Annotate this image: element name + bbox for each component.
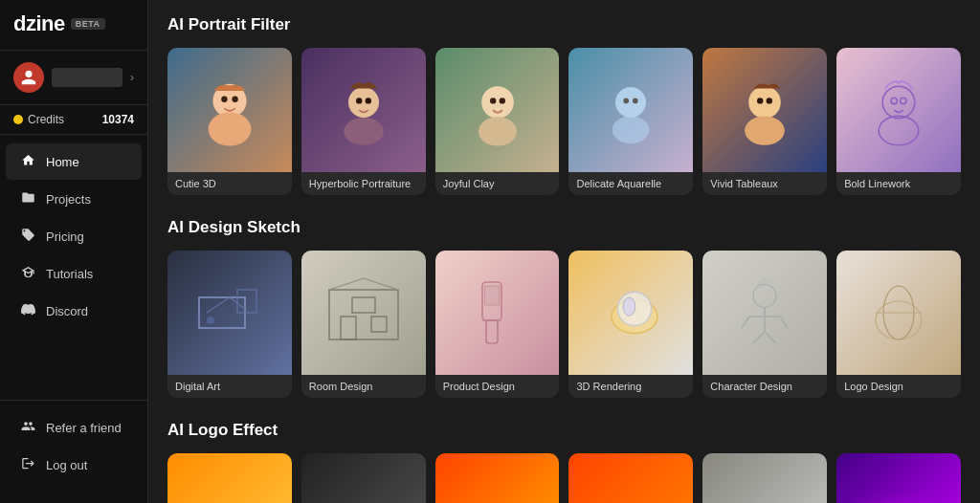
discord-icon bbox=[19, 302, 36, 319]
card-logo-design[interactable]: Logo Design bbox=[836, 251, 961, 398]
svg-point-15 bbox=[633, 98, 638, 104]
card-3d-rendering-label: 3D Rendering bbox=[568, 375, 693, 398]
svg-line-48 bbox=[742, 317, 749, 328]
card-hyperbolic-label: Hyperbolic Portraiture bbox=[301, 172, 426, 195]
card-3d-rendering[interactable]: 3D Rendering bbox=[568, 251, 693, 398]
card-joyful-clay[interactable]: Joyful Clay bbox=[435, 48, 560, 195]
card-delicate-aquarelle-label: Delicate Aquarelle bbox=[568, 172, 693, 195]
home-icon bbox=[19, 153, 36, 170]
svg-point-7 bbox=[365, 98, 370, 103]
card-hyperbolic[interactable]: Hyperbolic Portraiture bbox=[301, 48, 426, 195]
nav-tutorials-label: Tutorials bbox=[46, 267, 93, 281]
svg-rect-32 bbox=[341, 317, 356, 339]
card-logo-4[interactable]: LOGO bbox=[568, 453, 693, 503]
nav-home-label: Home bbox=[46, 155, 79, 169]
sidebar-item-projects[interactable]: Projects bbox=[6, 181, 142, 217]
main-nav: Home Projects Pricing Tutorials Discord bbox=[0, 135, 147, 400]
svg-point-13 bbox=[612, 116, 649, 143]
card-logo-2-image: LOGO bbox=[301, 453, 426, 503]
card-bold-linework-image bbox=[836, 48, 961, 172]
sidebar-item-refer[interactable]: Refer a friend bbox=[6, 409, 142, 446]
chevron-right-icon: › bbox=[130, 71, 134, 84]
card-logo-1[interactable]: LOGO bbox=[167, 453, 292, 503]
card-logo-6-image: LOGO bbox=[836, 453, 961, 503]
user-profile[interactable]: › bbox=[0, 51, 147, 105]
card-bold-linework[interactable]: Bold Linework bbox=[836, 48, 961, 195]
card-room-design-image bbox=[301, 251, 426, 375]
svg-point-42 bbox=[753, 284, 776, 307]
main-content: AI Portrait Filter Cutie 3D bbox=[148, 0, 980, 503]
user-name-placeholder bbox=[52, 68, 122, 87]
svg-point-6 bbox=[356, 98, 362, 103]
svg-point-18 bbox=[757, 98, 763, 103]
svg-point-5 bbox=[344, 118, 384, 145]
svg-point-21 bbox=[879, 116, 919, 144]
card-logo-3-image: LOGO bbox=[435, 453, 560, 503]
card-room-design[interactable]: Room Design bbox=[301, 251, 426, 398]
card-logo-design-label: Logo Design bbox=[836, 375, 961, 398]
sidebar-item-discord[interactable]: Discord bbox=[6, 293, 142, 329]
card-joyful-clay-image bbox=[435, 48, 560, 172]
design-sketch-title: AI Design Sketch bbox=[167, 218, 961, 237]
card-delicate-aquarelle-image bbox=[568, 48, 693, 172]
card-product-design[interactable]: Product Design bbox=[435, 251, 560, 398]
svg-point-11 bbox=[499, 98, 504, 103]
sidebar-item-logout[interactable]: Log out bbox=[6, 447, 142, 483]
sidebar-item-home[interactable]: Home bbox=[6, 143, 142, 180]
svg-rect-34 bbox=[352, 297, 375, 313]
sidebar-item-pricing[interactable]: Pricing bbox=[6, 218, 142, 254]
portrait-filter-grid: Cutie 3D Hyperbolic Portraiture bbox=[167, 48, 961, 195]
card-character-design-label: Character Design bbox=[702, 375, 827, 398]
card-digital-art[interactable]: Digital Art bbox=[167, 251, 292, 398]
credits-text: Credits bbox=[28, 113, 64, 126]
nav-discord-label: Discord bbox=[46, 304, 88, 318]
svg-point-19 bbox=[767, 98, 772, 103]
svg-point-14 bbox=[624, 98, 630, 104]
card-hyperbolic-image bbox=[301, 48, 426, 172]
card-digital-art-label: Digital Art bbox=[167, 375, 292, 398]
card-cutie-3d[interactable]: Cutie 3D bbox=[167, 48, 292, 195]
svg-point-2 bbox=[221, 97, 227, 102]
card-3d-rendering-image bbox=[568, 251, 693, 375]
credits-dot-icon bbox=[13, 115, 23, 124]
sidebar: dzine BETA › Credits 10374 Home bbox=[0, 0, 148, 503]
refer-icon bbox=[19, 419, 36, 436]
logo-effect-section: AI Logo Effect LOGO LOGO LOGO LOGO bbox=[167, 421, 961, 503]
portrait-filter-title: AI Portrait Filter bbox=[167, 15, 961, 34]
svg-point-50 bbox=[876, 301, 922, 339]
card-logo-5[interactable]: LOGO bbox=[702, 453, 827, 503]
svg-line-30 bbox=[329, 278, 364, 290]
card-character-design-image bbox=[702, 251, 827, 375]
card-logo-2[interactable]: LOGO bbox=[301, 453, 426, 503]
svg-point-10 bbox=[490, 98, 496, 103]
card-cutie-3d-image bbox=[167, 48, 292, 172]
avatar bbox=[13, 62, 44, 93]
card-vivid-tableaux-label: Vivid Tableaux bbox=[702, 172, 827, 195]
card-product-design-label: Product Design bbox=[435, 375, 560, 398]
card-character-design[interactable]: Character Design bbox=[702, 251, 827, 398]
logo-area: dzine BETA bbox=[0, 11, 147, 51]
logo-effect-title: AI Logo Effect bbox=[167, 421, 961, 440]
card-vivid-tableaux[interactable]: Vivid Tableaux bbox=[702, 48, 827, 195]
card-product-design-image bbox=[435, 251, 560, 375]
svg-line-31 bbox=[364, 278, 398, 290]
svg-point-41 bbox=[623, 297, 635, 316]
svg-rect-28 bbox=[237, 290, 256, 313]
design-sketch-grid: Digital Art Room Design bbox=[167, 251, 961, 398]
credits-label: Credits bbox=[13, 113, 64, 126]
projects-icon bbox=[19, 190, 36, 208]
svg-point-9 bbox=[479, 117, 517, 145]
credits-row: Credits 10374 bbox=[0, 105, 147, 135]
card-delicate-aquarelle[interactable]: Delicate Aquarelle bbox=[568, 48, 693, 195]
svg-point-1 bbox=[209, 112, 252, 145]
svg-rect-33 bbox=[371, 317, 387, 332]
nav-logout-label: Log out bbox=[46, 458, 87, 472]
beta-badge: BETA bbox=[71, 18, 105, 30]
card-logo-6[interactable]: LOGO bbox=[836, 453, 961, 503]
svg-point-12 bbox=[615, 87, 646, 118]
card-logo-3[interactable]: LOGO bbox=[435, 453, 560, 503]
svg-point-22 bbox=[891, 98, 897, 103]
sidebar-item-tutorials[interactable]: Tutorials bbox=[6, 255, 142, 292]
card-room-design-label: Room Design bbox=[301, 375, 426, 398]
svg-line-47 bbox=[765, 332, 776, 343]
